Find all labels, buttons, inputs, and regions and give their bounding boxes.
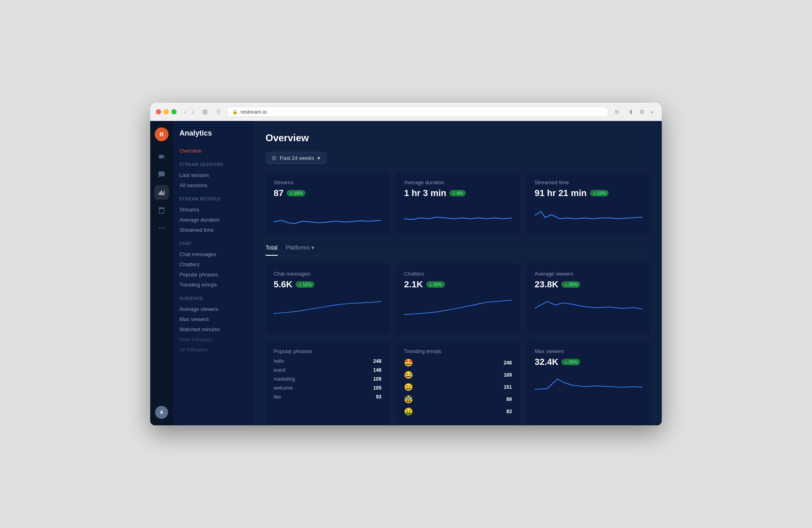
back-button[interactable]: ‹: [182, 108, 188, 116]
sidebar-item-streamed-time[interactable]: Streamed time: [179, 225, 247, 235]
label-max-viewers: Max viewers: [535, 348, 642, 354]
bottom-grid: Chat messages 5.6K 12% Chatters 2.1K 35%: [266, 263, 650, 425]
sparkline-chatters: [404, 295, 512, 317]
tab-platforms[interactable]: Platforms ▾: [286, 244, 314, 256]
card-avg-viewers: Average viewers 23.8K 35%: [527, 263, 650, 334]
value-chat-messages: 5.6K: [274, 279, 292, 290]
emoji-count: 89: [506, 397, 512, 402]
sidebar-item-all-sessions[interactable]: All sessions: [179, 180, 247, 190]
sidebar-item-trending-emojis[interactable]: Trending emojis: [179, 280, 247, 290]
metric-card-streams: Streams 87 19%: [266, 172, 389, 235]
browser-chrome: ‹ › ⊞ ⠿ 🔒 restream.io ↻ ⬆ ⧉ +: [150, 103, 662, 121]
emoji-count: 248: [504, 360, 512, 366]
phrase-count: 105: [373, 385, 381, 391]
browser-window: ‹ › ⊞ ⠿ 🔒 restream.io ↻ ⬆ ⧉ + R: [150, 103, 662, 425]
card-chatters: Chatters 2.1K 35%: [396, 263, 520, 334]
label-chatters: Chatters: [404, 271, 512, 277]
phrase-row: marketing 109: [274, 375, 381, 384]
metric-badge-streamed-time: 12%: [590, 190, 609, 196]
emoji-item: 😂: [404, 371, 413, 379]
chat-label: CHAT: [179, 241, 247, 246]
share-button[interactable]: ⬆: [626, 108, 636, 116]
sidebar-item-chat-messages[interactable]: Chat messages: [179, 249, 247, 259]
phrase-text: marketing: [274, 376, 295, 382]
sidebar-icon-video[interactable]: [154, 149, 169, 164]
value-row-chatters: 2.1K 35%: [404, 279, 512, 290]
grid-button[interactable]: ⠿: [214, 108, 223, 116]
svg-point-0: [159, 228, 160, 229]
sidebar-item-watched-minutes[interactable]: Watched minutes: [179, 324, 247, 334]
phrase-text: event: [274, 367, 285, 373]
emoji-row: 🤑 83: [404, 405, 512, 418]
value-row-avg-viewers: 23.8K 35%: [535, 279, 642, 290]
phrase-count: 248: [373, 358, 381, 364]
metric-value-row-streamed-time: 91 hr 21 min 12%: [535, 188, 642, 198]
user-avatar[interactable]: A: [155, 406, 168, 419]
address-bar[interactable]: 🔒 restream.io: [227, 107, 608, 117]
icon-sidebar: R A: [150, 121, 173, 425]
sidebar-icon-calendar[interactable]: [154, 203, 169, 218]
minimize-button[interactable]: [164, 109, 169, 114]
sparkline-streams: [274, 203, 381, 226]
metric-label-streamed-time: Streamed time: [535, 179, 642, 185]
sidebar-item-popular-phrases[interactable]: Popular phrases: [179, 269, 247, 280]
nav-arrows: ‹ ›: [182, 108, 196, 116]
sidebar-item-avg-viewers[interactable]: Average viewers: [179, 304, 247, 314]
stream-metrics-label: STREAM METRICS: [179, 197, 247, 201]
metric-label-streams: Streams: [274, 179, 381, 185]
phrase-count: 109: [373, 376, 381, 382]
maximize-button[interactable]: [171, 109, 177, 114]
metric-badge-avg-duration: 4%: [449, 190, 466, 196]
metric-value-row-streams: 87 19%: [274, 188, 381, 198]
close-button[interactable]: [156, 109, 161, 114]
tabs-row: Total Platforms ▾: [266, 244, 650, 256]
value-row-chat-messages: 5.6K 12%: [274, 279, 381, 290]
emojis-list: 🤩 248 😂 169 😄 151 🥸: [404, 357, 512, 418]
add-button[interactable]: +: [648, 108, 656, 116]
label-chat-messages: Chat messages: [274, 271, 381, 277]
reload-button[interactable]: ↻: [612, 108, 622, 116]
sidebar-item-last-session[interactable]: Last session: [179, 170, 247, 180]
value-max-viewers: 32.4K: [535, 357, 559, 367]
sidebar-item-avg-duration[interactable]: Average duration: [179, 215, 247, 225]
sidebar-item-overview[interactable]: Overview: [179, 146, 247, 156]
metric-card-streamed-time: Streamed time 91 hr 21 min 12%: [527, 172, 650, 235]
metric-value-streams: 87: [274, 188, 283, 198]
tab-total[interactable]: Total: [266, 244, 278, 256]
sidebar-icon-chat[interactable]: [154, 167, 169, 182]
sidebar-item-max-viewers[interactable]: Max viewers: [179, 314, 247, 324]
phrases-list: hello 248 event 148 marketing 109 welc: [274, 357, 381, 401]
sidebar-icon-more[interactable]: [154, 221, 169, 235]
badge-chat-messages: 12%: [296, 281, 314, 288]
phrase-row: hello 248: [274, 357, 381, 366]
sidebar-item-new-followers[interactable]: New followers: [179, 334, 247, 345]
phrase-text: like: [274, 394, 281, 400]
emoji-row: 😂 169: [404, 369, 512, 381]
emoji-row: 🥸 89: [404, 393, 512, 405]
card-chat-messages: Chat messages 5.6K 12%: [266, 263, 389, 334]
metric-value-streamed-time: 91 hr 21 min: [535, 188, 587, 198]
emoji-row: 😄 151: [404, 381, 512, 393]
metric-value-row-avg-duration: 1 hr 3 min 4%: [404, 188, 512, 198]
sparkline-avg-duration: [404, 203, 512, 226]
sparkline-streamed-time: [535, 203, 642, 226]
value-avg-viewers: 23.8K: [535, 279, 559, 290]
sidebar-icon-analytics[interactable]: [154, 185, 169, 200]
app-logo[interactable]: R: [155, 127, 168, 141]
traffic-lights: [156, 109, 177, 114]
period-selector[interactable]: ⊞ Past 24 weeks ▾: [266, 152, 326, 164]
metric-label-avg-duration: Average duration: [404, 179, 512, 185]
emoji-count: 151: [504, 384, 512, 390]
forward-button[interactable]: ›: [190, 108, 196, 116]
sidebar-toggle-button[interactable]: ⊞: [200, 107, 210, 116]
badge-max-viewers: 35%: [561, 359, 580, 365]
sidebar-item-streams[interactable]: Streams: [179, 205, 247, 215]
phrase-count: 93: [376, 394, 381, 400]
sidebar-item-chatters[interactable]: Chatters: [179, 259, 247, 269]
new-tab-button[interactable]: ⧉: [637, 108, 646, 116]
sidebar-item-all-followers[interactable]: All followers: [179, 345, 247, 355]
value-row-max-viewers: 32.4K 35%: [535, 357, 642, 367]
card-popular-phrases: Popular phrases hello 248 event 148 mark…: [266, 341, 389, 425]
label-avg-viewers: Average viewers: [535, 271, 642, 277]
card-trending-emojis: Trending emojis 🤩 248 😂 169 😄 151: [396, 341, 520, 425]
